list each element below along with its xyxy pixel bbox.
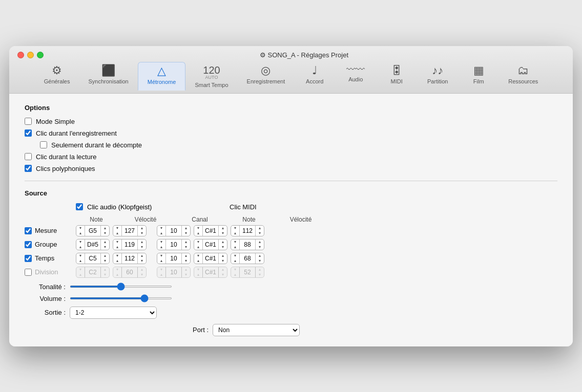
mesure-checkbox[interactable] [25,227,32,234]
tab-audio[interactable]: 〰〰 Audio [335,62,376,88]
tab-metronome[interactable]: △ Métronome [138,62,186,91]
mesure-midi-vel-inc[interactable]: ▴ [256,226,264,231]
mesure-midi-note-down[interactable]: ▾ [194,226,202,231]
seulement-decompte-checkbox[interactable] [40,141,47,148]
division-canal-dec[interactable]: ▾ [182,272,190,277]
mesure-canal-inc[interactable]: ▴ [182,226,190,231]
temps-midi-vel-dec[interactable]: ▾ [256,258,264,264]
division-midi-note-down[interactable]: ▾ [194,267,202,272]
mesure-note-down[interactable]: ▾ [76,226,85,231]
volume-slider[interactable] [70,297,172,299]
temps-vel-down[interactable]: ▾ [113,253,121,258]
division-midi-note-inc[interactable]: ▴ [219,267,227,272]
mesure-note-inc[interactable]: ▴ [101,226,109,231]
groupe-note-down[interactable]: ▾ [76,239,85,245]
mesure-midi-note-inc[interactable]: ▴ [219,226,227,231]
groupe-midi-note-inc[interactable]: ▴ [219,239,227,245]
clic-audio-checkbox[interactable] [76,203,83,210]
tab-smart-tempo[interactable]: 120 AUTO Smart Tempo [185,62,237,93]
tab-synchronisation[interactable]: ⬛ Synchronisation [79,62,137,90]
groupe-vel-up[interactable]: ▴ [113,245,121,250]
division-note-dec[interactable]: ▾ [101,272,109,277]
temps-midi-vel-up[interactable]: ▴ [231,258,239,264]
temps-midi-note-inc[interactable]: ▴ [219,253,227,258]
division-canal-spinner[interactable]: ▾▴ 10 ▴▾ [157,267,191,278]
temps-canal-inc[interactable]: ▴ [182,253,190,258]
mode-simple-checkbox[interactable] [25,118,32,125]
groupe-midi-vel-up[interactable]: ▴ [231,245,239,250]
groupe-canal-down[interactable]: ▾ [157,239,165,245]
mesure-midi-vel-up[interactable]: ▴ [231,231,239,236]
division-note-down[interactable]: ▾ [76,267,85,272]
groupe-note-spinner[interactable]: ▾▴ D#5 ▴▾ [76,239,110,250]
tab-film[interactable]: ▦ Film [458,62,499,90]
division-checkbox[interactable] [25,269,32,276]
groupe-note-inc[interactable]: ▴ [101,239,109,245]
close-button[interactable] [17,52,24,58]
tab-ressources[interactable]: 🗂 Ressources [499,62,547,90]
mesure-canal-down[interactable]: ▾ [157,226,165,231]
groupe-vel-inc[interactable]: ▴ [138,239,146,245]
mesure-midi-note-up[interactable]: ▴ [194,231,202,236]
tab-accord[interactable]: ♩ Accord [294,62,335,90]
mesure-canal-up[interactable]: ▴ [157,231,165,236]
tonalite-slider[interactable] [70,286,172,288]
temps-midi-note-spinner[interactable]: ▾▴ C#1 ▴▾ [194,253,227,264]
temps-midi-note-up[interactable]: ▴ [194,258,202,264]
groupe-checkbox[interactable] [25,241,32,248]
temps-note-up[interactable]: ▴ [76,258,85,264]
temps-note-inc[interactable]: ▴ [101,253,109,258]
groupe-midi-note-spinner[interactable]: ▾▴ C#1 ▴▾ [194,239,227,250]
tab-enregistrement[interactable]: ◎ Enregistrement [238,62,295,90]
groupe-vel-spinner[interactable]: ▾▴ 119 ▴▾ [113,239,147,250]
temps-checkbox[interactable] [25,255,32,262]
temps-midi-vel-inc[interactable]: ▴ [256,253,264,258]
sortie-select[interactable]: 1-2 [70,307,157,319]
port-select[interactable]: Non [213,324,300,336]
tab-generales[interactable]: ⚙ Générales [35,62,79,90]
groupe-canal-up[interactable]: ▴ [157,245,165,250]
temps-vel-spinner[interactable]: ▾▴ 112 ▴▾ [113,253,147,264]
mesure-vel-down[interactable]: ▾ [113,226,121,231]
groupe-canal-inc[interactable]: ▴ [182,239,190,245]
division-canal-up[interactable]: ▴ [157,272,165,277]
division-note-up[interactable]: ▴ [76,272,85,277]
division-midi-note-dec[interactable]: ▾ [219,272,227,277]
mesure-note-spinner[interactable]: ▾ ▴ G5 ▴ ▾ [76,225,110,236]
mesure-midi-note-spinner[interactable]: ▾ ▴ C#1 ▴ ▾ [194,225,227,236]
temps-note-dec[interactable]: ▾ [101,258,109,264]
division-note-inc[interactable]: ▴ [101,267,109,272]
maximize-button[interactable] [37,52,44,58]
temps-canal-dec[interactable]: ▾ [182,258,190,264]
temps-midi-vel-down[interactable]: ▾ [231,253,239,258]
division-vel-spinner[interactable]: ▾▴ 60 ▴▾ [113,267,147,278]
groupe-canal-dec[interactable]: ▾ [182,245,190,250]
temps-midi-note-down[interactable]: ▾ [194,253,202,258]
division-midi-vel-dec[interactable]: ▾ [256,272,264,277]
minimize-button[interactable] [27,52,34,58]
temps-vel-dec[interactable]: ▾ [138,258,146,264]
mesure-midi-note-dec[interactable]: ▾ [219,231,227,236]
mesure-midi-vel-down[interactable]: ▾ [231,226,239,231]
division-note-spinner[interactable]: ▾▴ C2 ▴▾ [76,267,110,278]
temps-canal-spinner[interactable]: ▾▴ 10 ▴▾ [157,253,191,264]
mesure-canal-spinner[interactable]: ▾ ▴ 10 ▴ ▾ [157,225,191,236]
division-vel-dec[interactable]: ▾ [138,272,146,277]
mesure-vel-up[interactable]: ▴ [113,231,121,236]
division-midi-note-up[interactable]: ▴ [194,272,202,277]
groupe-canal-spinner[interactable]: ▾▴ 10 ▴▾ [157,239,191,250]
mesure-note-up[interactable]: ▴ [76,231,85,236]
tab-midi[interactable]: 🎛 MIDI [376,62,417,90]
clic-lecture-checkbox[interactable] [25,153,32,160]
temps-midi-vel-spinner[interactable]: ▾▴ 68 ▴▾ [231,253,264,264]
groupe-note-up[interactable]: ▴ [76,245,85,250]
mesure-midi-vel-spinner[interactable]: ▾ ▴ 112 ▴ ▾ [231,225,264,236]
division-midi-vel-spinner[interactable]: ▾▴ 52 ▴▾ [231,267,264,278]
division-midi-vel-inc[interactable]: ▴ [256,267,264,272]
groupe-vel-dec[interactable]: ▾ [138,245,146,250]
groupe-midi-vel-inc[interactable]: ▴ [256,239,264,245]
mesure-note-dec[interactable]: ▾ [101,231,109,236]
groupe-midi-vel-down[interactable]: ▾ [231,239,239,245]
temps-canal-up[interactable]: ▴ [157,258,165,264]
groupe-midi-note-dec[interactable]: ▾ [219,245,227,250]
